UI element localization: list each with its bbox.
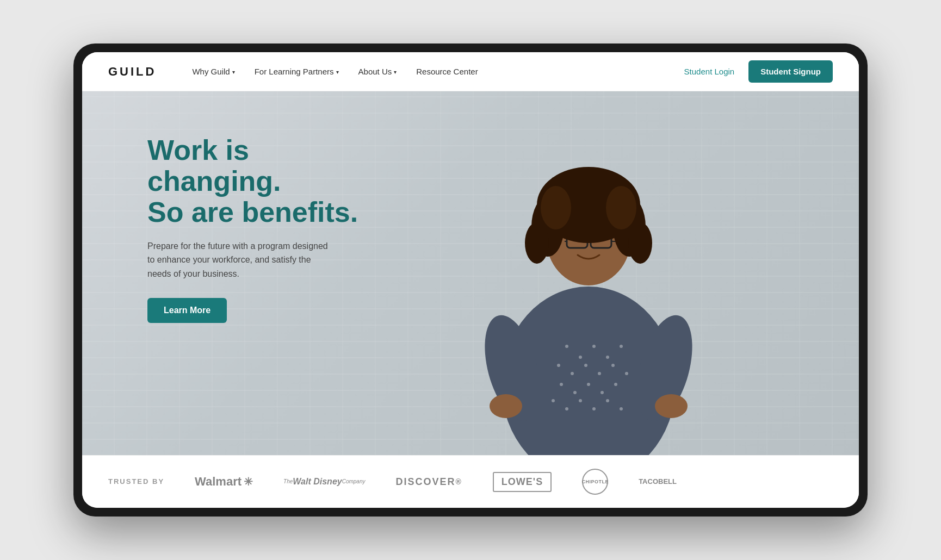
svg-point-18 <box>565 407 568 410</box>
svg-point-21 <box>606 399 609 402</box>
svg-point-35 <box>525 222 549 264</box>
logo-disney: The Walt Disney Company <box>283 476 365 488</box>
nav-links: Why Guild ▾ For Learning Partners ▾ Abou… <box>182 52 674 91</box>
svg-point-8 <box>584 364 587 367</box>
chevron-down-icon: ▾ <box>394 69 397 75</box>
trusted-by-label: TRUSTED BY <box>108 477 164 487</box>
svg-point-11 <box>625 372 628 375</box>
nav-why-guild[interactable]: Why Guild ▾ <box>182 52 244 91</box>
svg-point-14 <box>587 383 590 386</box>
logo-walmart: Walmart ✳ <box>195 475 253 489</box>
student-login-link[interactable]: Student Login <box>674 52 745 91</box>
walmart-spark-icon: ✳ <box>244 475 253 488</box>
nav-resource-center[interactable]: Resource Center <box>406 52 487 91</box>
svg-point-6 <box>557 364 560 367</box>
logo-lowes: LOWE'S <box>493 472 552 492</box>
navbar: GUILD Why Guild ▾ For Learning Partners … <box>82 52 859 91</box>
svg-point-5 <box>620 345 623 348</box>
svg-point-33 <box>541 186 571 229</box>
hero-content: Work is changing. So are benefits. Prepa… <box>82 91 387 366</box>
logo-discover: DISCOVER ® <box>396 476 462 488</box>
nav-for-learning-partners[interactable]: For Learning Partners ▾ <box>245 52 349 91</box>
nav-about-us[interactable]: About Us ▾ <box>349 52 407 91</box>
svg-point-19 <box>579 399 582 402</box>
svg-point-12 <box>560 383 563 386</box>
svg-point-36 <box>628 222 652 264</box>
site-logo[interactable]: GUILD <box>108 65 156 79</box>
trusted-logos-container: Walmart ✳ The Walt Disney Company DISCOV… <box>195 469 833 495</box>
student-signup-button[interactable]: Student Signup <box>748 60 833 83</box>
hero-person-image <box>458 91 719 455</box>
nav-actions: Student Login Student Signup <box>674 52 833 91</box>
svg-point-13 <box>573 391 577 394</box>
svg-point-22 <box>620 407 623 410</box>
screen: GUILD Why Guild ▾ For Learning Partners … <box>82 52 859 508</box>
svg-point-39 <box>490 394 522 418</box>
trusted-by-section: TRUSTED BY Walmart ✳ The Walt Disney Com… <box>82 455 859 508</box>
hero-title: Work is changing. So are benefits. <box>147 135 387 228</box>
svg-point-20 <box>592 407 596 410</box>
svg-point-4 <box>606 356 609 359</box>
svg-point-7 <box>571 372 574 375</box>
learn-more-button[interactable]: Learn More <box>147 298 227 323</box>
svg-point-1 <box>565 345 568 348</box>
svg-point-16 <box>614 383 617 386</box>
svg-point-15 <box>600 391 604 394</box>
chevron-down-icon: ▾ <box>232 69 235 75</box>
hero-section: Work is changing. So are benefits. Prepa… <box>82 91 859 455</box>
svg-point-3 <box>592 345 596 348</box>
logo-tacobell: TACO BELL <box>639 477 677 487</box>
svg-point-2 <box>579 356 582 359</box>
chevron-down-icon: ▾ <box>336 69 339 75</box>
svg-point-9 <box>598 372 601 375</box>
svg-point-40 <box>655 394 688 418</box>
svg-point-34 <box>606 186 636 229</box>
logo-chipotle: CHIPOTLE <box>582 469 608 495</box>
svg-point-10 <box>611 364 615 367</box>
svg-point-17 <box>552 399 555 402</box>
device-frame: GUILD Why Guild ▾ For Learning Partners … <box>73 43 868 517</box>
hero-subtitle: Prepare for the future with a program de… <box>147 239 332 281</box>
